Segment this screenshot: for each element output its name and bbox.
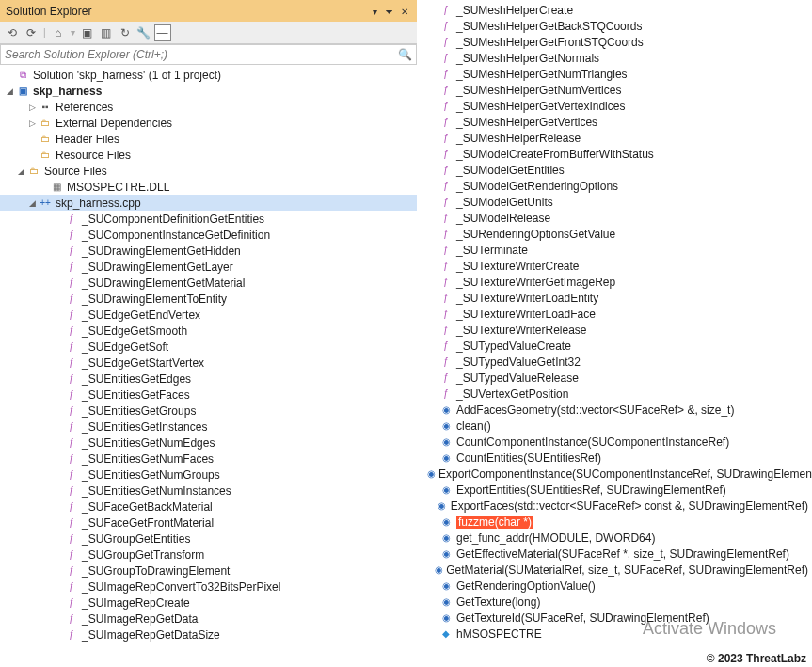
expander-closed-icon[interactable]: ▷ [26, 103, 38, 112]
expander-open-icon[interactable]: ◢ [15, 167, 26, 176]
function-node[interactable]: ƒ _SUFaceGetFrontMaterial [0, 515, 417, 531]
dropdown-icon[interactable]: ▾ [368, 5, 381, 18]
function-node[interactable]: ƒ _SUImageRepGetPixelDimensions [0, 643, 417, 644]
resource-files-node[interactable]: 🗀 Resource Files [0, 147, 417, 163]
function-node[interactable]: ƒ _SUEntitiesGetNumEdges [0, 435, 417, 451]
expander-open-icon[interactable]: ◢ [4, 87, 15, 96]
msospectre-node[interactable]: ▦ MSOSPECTRE.DLL [0, 179, 417, 195]
harness-cpp-node[interactable]: ◢ ++ skp_harness.cpp [0, 195, 417, 211]
sync-button[interactable]: ▣ [79, 24, 96, 41]
member-node[interactable]: ◉ get_func_addr(HMODULE, DWORD64) [418, 530, 812, 546]
member-node[interactable]: ƒ _SUMeshHelperRelease [418, 130, 812, 146]
function-node[interactable]: ƒ _SUImageRepConvertTo32BitsPerPixel [0, 579, 417, 595]
function-node[interactable]: ƒ _SUImageRepCreate [0, 595, 417, 611]
function-node[interactable]: ƒ _SUGroupToDrawingElement [0, 563, 417, 579]
function-label: _SUDrawingElementToEntity [82, 293, 413, 306]
function-node[interactable]: ƒ _SUComponentDefinitionGetEntities [0, 211, 417, 227]
member-node[interactable]: ƒ _SUTextureWriterLoadFace [418, 306, 812, 322]
references-node[interactable]: ▷ ▪▪ References [0, 99, 417, 115]
function-node[interactable]: ƒ _SUEntitiesGetNumFaces [0, 451, 417, 467]
function-node[interactable]: ƒ _SUGroupGetEntities [0, 531, 417, 547]
member-node[interactable]: ƒ _SUTypedValueRelease [418, 370, 812, 386]
function-node[interactable]: ƒ _SUImageRepGetData [0, 611, 417, 627]
member-node[interactable]: ƒ _SUModelGetUnits [418, 194, 812, 210]
search-icon[interactable]: 🔍 [398, 48, 412, 61]
function-node[interactable]: ƒ _SUDrawingElementGetMaterial [0, 275, 417, 291]
function-node[interactable]: ƒ _SUDrawingElementGetHidden [0, 243, 417, 259]
function-node[interactable]: ƒ _SUEntitiesGetNumGroups [0, 467, 417, 483]
member-node[interactable]: ◉ GetTexture(long) [418, 594, 812, 610]
home-button[interactable]: ⌂ [50, 24, 67, 41]
member-node[interactable]: ◉ GetEffectiveMaterial(SUFaceRef *, size… [418, 546, 812, 562]
forward-button[interactable]: ⟳ [23, 24, 40, 41]
function-node[interactable]: ƒ _SUEntitiesGetEdges [0, 371, 417, 387]
function-node[interactable]: ƒ _SUEdgeGetSoft [0, 339, 417, 355]
function-node[interactable]: ƒ _SUEdgeGetSmooth [0, 323, 417, 339]
member-node[interactable]: ƒ _SUTypedValueGetInt32 [418, 354, 812, 370]
expander-open-icon[interactable]: ◢ [26, 199, 38, 208]
function-node[interactable]: ƒ _SUEntitiesGetFaces [0, 387, 417, 403]
member-node[interactable]: ◉ GetRenderingOptionValue() [418, 578, 812, 594]
member-node[interactable]: ◉ ExportFaces(std::vector<SUFaceRef> con… [418, 498, 812, 514]
function-node[interactable]: ƒ _SUComponentInstanceGetDefinition [0, 227, 417, 243]
member-node[interactable]: ƒ _SUMeshHelperCreate [418, 2, 812, 18]
member-node[interactable]: ◉ fuzzme(char *) [418, 514, 812, 530]
member-node[interactable]: ƒ _SUTextureWriterCreate [418, 258, 812, 274]
member-node[interactable]: ◉ GetTextureId(SUFaceRef, SUDrawingEleme… [418, 610, 812, 626]
member-node[interactable]: ƒ _SUModelGetEntities [418, 162, 812, 178]
source-files-node[interactable]: ◢ 🗀 Source Files [0, 163, 417, 179]
member-node[interactable]: ƒ _SUVertexGetPosition [418, 386, 812, 402]
member-node[interactable]: ◉ GetMaterial(SUMaterialRef, size_t, SUF… [418, 562, 812, 578]
function-node[interactable]: ƒ _SUDrawingElementGetLayer [0, 259, 417, 275]
solution-tree[interactable]: ⧉ Solution 'skp_harness' (1 of 1 project… [0, 65, 417, 644]
member-node[interactable]: ƒ _SUMeshHelperGetNormals [418, 50, 812, 66]
member-node[interactable]: ƒ _SUTerminate [418, 242, 812, 258]
refresh-button[interactable]: ↻ [117, 24, 134, 41]
function-node[interactable]: ƒ _SUEdgeGetEndVertex [0, 307, 417, 323]
header-files-node[interactable]: 🗀 Header Files [0, 131, 417, 147]
show-all-button[interactable]: ▥ [98, 24, 115, 41]
function-node[interactable]: ƒ _SUEntitiesGetGroups [0, 403, 417, 419]
method-icon: ◉ [438, 484, 454, 495]
search-input[interactable] [5, 48, 398, 61]
member-node[interactable]: ƒ _SUTextureWriterRelease [418, 322, 812, 338]
member-node[interactable]: ◉ ExportComponentInstance(SUComponentIns… [418, 466, 812, 482]
function-node[interactable]: ƒ _SUEntitiesGetInstances [0, 419, 417, 435]
member-node[interactable]: ƒ _SUTextureWriterLoadEntity [418, 290, 812, 306]
member-node[interactable]: ƒ _SURenderingOptionsGetValue [418, 226, 812, 242]
function-node[interactable]: ƒ _SUDrawingElementToEntity [0, 291, 417, 307]
member-node[interactable]: ◉ AddFacesGeometry(std::vector<SUFaceRef… [418, 402, 812, 418]
project-node[interactable]: ◢ ▣ skp_harness [0, 83, 417, 99]
member-node[interactable]: ƒ _SUModelCreateFromBufferWithStatus [418, 146, 812, 162]
function-node[interactable]: ƒ _SUEdgeGetStartVertex [0, 355, 417, 371]
function-node[interactable]: ƒ _SUImageRepGetDataSize [0, 627, 417, 643]
pin-icon[interactable]: ⏷ [383, 5, 396, 18]
member-node[interactable]: ◆ hMSOSPECTRE [418, 626, 812, 642]
member-node[interactable]: ƒ _SUModelGetRenderingOptions [418, 178, 812, 194]
member-node[interactable]: ƒ _SUMeshHelperGetNumVertices [418, 82, 812, 98]
function-node[interactable]: ƒ _SUGroupGetTransform [0, 547, 417, 563]
member-node[interactable]: ◉ CountComponentInstance(SUComponentInst… [418, 434, 812, 450]
expander-closed-icon[interactable]: ▷ [26, 119, 38, 128]
search-bar[interactable]: 🔍 [0, 44, 417, 65]
function-node[interactable]: ƒ _SUEntitiesGetNumInstances [0, 483, 417, 499]
member-node[interactable]: ◉ clean() [418, 418, 812, 434]
member-node[interactable]: ◉ CountEntities(SUEntitiesRef) [418, 450, 812, 466]
collapse-button[interactable]: — [154, 24, 171, 41]
member-node[interactable]: ƒ _SUTextureWriterGetImageRep [418, 274, 812, 290]
member-node[interactable]: ƒ _SUTypedValueCreate [418, 338, 812, 354]
close-icon[interactable]: ✕ [398, 5, 411, 18]
function-node[interactable]: ƒ _SUFaceGetBackMaterial [0, 499, 417, 515]
member-node[interactable]: ƒ _SUModelRelease [418, 210, 812, 226]
member-node[interactable]: ƒ _SUMeshHelperGetVertexIndices [418, 98, 812, 114]
member-node[interactable]: ƒ _SUMeshHelperGetVertices [418, 114, 812, 130]
back-button[interactable]: ⟲ [4, 24, 21, 41]
member-node[interactable]: ƒ _SUMeshHelperGetFrontSTQCoords [418, 34, 812, 50]
member-node[interactable]: ◉ ExportEntities(SUEntitiesRef, SUDrawin… [418, 482, 812, 498]
solution-node[interactable]: ⧉ Solution 'skp_harness' (1 of 1 project… [0, 67, 417, 83]
member-node[interactable]: ◉ initialize() [418, 642, 812, 644]
member-node[interactable]: ƒ _SUMeshHelperGetNumTriangles [418, 66, 812, 82]
external-deps-node[interactable]: ▷ 🗀 External Dependencies [0, 115, 417, 131]
properties-button[interactable]: 🔧 [135, 24, 152, 41]
member-node[interactable]: ƒ _SUMeshHelperGetBackSTQCoords [418, 18, 812, 34]
